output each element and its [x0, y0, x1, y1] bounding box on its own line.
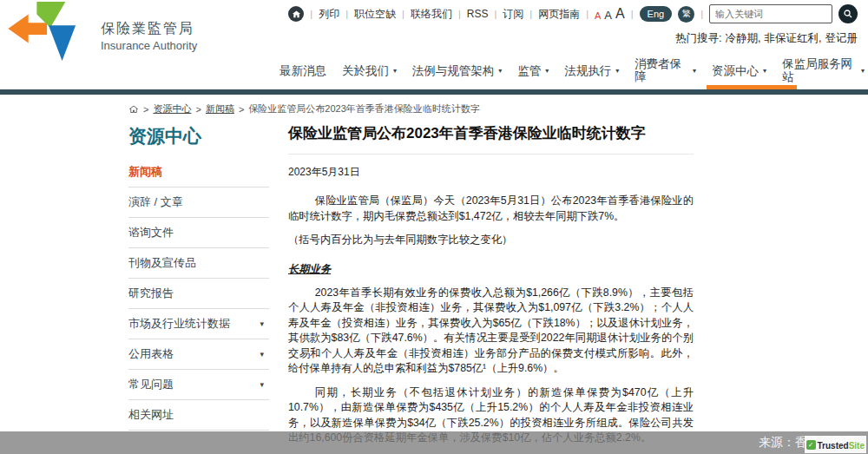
nav-item-about[interactable]: 关於我们 ▾	[342, 53, 397, 88]
separator	[345, 8, 348, 20]
separator	[586, 8, 589, 20]
breadcrumb-home-icon[interactable]	[128, 104, 139, 115]
separator	[494, 8, 496, 20]
breadcrumb-separator: >	[195, 104, 201, 115]
trustedsite-label: TrustedSite	[818, 437, 865, 452]
breadcrumb-separator: >	[143, 104, 148, 115]
logo-title-en: Insurance Authority	[101, 39, 197, 52]
sidebar: 资源中心 新闻稿 演辞 / 文章 谘询文件 刊物及宣传品 研究报告 市场及行业统…	[128, 121, 269, 431]
sidebar-item-research-reports[interactable]: 研究报告	[128, 279, 269, 309]
chevron-down-icon: ▾	[763, 67, 766, 75]
utility-bar: 列印 职位空缺 联络我们 RSS 订阅 网页指南 A A A Eng 繁	[288, 4, 858, 23]
sidebar-item-speeches-articles[interactable]: 演辞 / 文章	[128, 188, 269, 218]
hot-search-term[interactable]: 登记册	[825, 31, 858, 46]
sidebar-item-market-statistics[interactable]: 市场及行业统计数据 ▾	[128, 309, 269, 339]
lang-english-button[interactable]: Eng	[640, 6, 673, 22]
separator	[700, 8, 703, 20]
breadcrumb-link-press-releases[interactable]: 新闻稿	[206, 102, 234, 115]
hot-search-term[interactable]: 冷静期	[726, 31, 761, 46]
chevron-down-icon: ▾	[615, 67, 619, 75]
sidebar-item-consultation-papers[interactable]: 谘询文件	[128, 218, 269, 248]
hot-search-term[interactable]: 非保证红利	[765, 31, 822, 46]
hot-search-label: 热门搜寻:	[675, 31, 721, 46]
sidebar-item-public-forms[interactable]: 公用表格 ▾	[128, 339, 269, 370]
main-nav: 最新消息 关於我们 ▾ 法例与规管架构 ▾ 监管 ▾ 法规执行 ▾ 消费者保障 …	[279, 53, 865, 88]
search-icon	[843, 9, 853, 19]
chevron-down-icon: ▾	[545, 67, 549, 75]
link-print[interactable]: 列印	[319, 7, 339, 22]
nav-item-news[interactable]: 最新消息	[279, 53, 326, 88]
house-glyph	[292, 10, 301, 19]
link-subscribe[interactable]: 订阅	[503, 7, 523, 22]
link-contact[interactable]: 联络我们	[411, 7, 452, 22]
logo-title-zh: 保險業監管局	[101, 20, 197, 38]
nav-item-consumer-protection[interactable]: 消费者保障 ▾	[635, 53, 696, 88]
site-header: 保險業監管局 Insurance Authority 列印 职位空缺 联络我们 …	[0, 0, 868, 89]
separator	[631, 8, 634, 20]
content-area: 资源中心 新闻稿 演辞 / 文章 谘询文件 刊物及宣传品 研究报告 市场及行业统…	[0, 121, 868, 454]
separator	[458, 8, 461, 20]
nav-item-resource-centre[interactable]: 资源中心 ▾	[712, 53, 766, 88]
separator	[529, 8, 532, 20]
chevron-down-icon: ▾	[260, 380, 267, 389]
nav-item-legislation[interactable]: 法例与规管架构 ▾	[412, 53, 503, 88]
home-icon[interactable]	[288, 6, 304, 22]
logo[interactable]: 保險業監管局 Insurance Authority	[5, 2, 197, 61]
chevron-down-icon: ▾	[693, 67, 696, 75]
link-careers[interactable]: 职位空缺	[354, 7, 396, 22]
breadcrumb-separator: >	[239, 104, 244, 115]
chevron-down-icon: ▾	[260, 350, 267, 359]
article-paragraph: （括号内百分比为与去年同期数字比较之变化）	[288, 233, 694, 248]
font-size-controls: A A A	[595, 7, 625, 21]
article-paragraph: 2023年首季长期有效业务的保费收入总额为$1,266亿（下跌8.9%），主要包…	[288, 286, 694, 377]
source-attribution-bar: 来源：香港保监局	[0, 431, 868, 454]
sidebar-item-press-releases[interactable]: 新闻稿	[128, 157, 269, 188]
nav-item-supervision[interactable]: 监管 ▾	[517, 53, 549, 88]
section-heading-long-term-business: 长期业务	[288, 262, 694, 277]
breadcrumb: > 资源中心 > 新闻稿 > 保险业监管局公布2023年首季香港保险业临时统计数…	[0, 95, 868, 121]
sidebar-item-related-links[interactable]: 相关网址	[128, 400, 269, 431]
nav-item-ia-service-portal[interactable]: 保监局服务网站 ▾	[782, 53, 865, 88]
search-button[interactable]	[838, 4, 858, 23]
article-paragraph: 保险业监管局（保监局）今天（2023年5月31日）公布2023年首季香港保险业的…	[288, 194, 694, 224]
logo-text: 保險業監管局 Insurance Authority	[101, 20, 197, 61]
link-rss[interactable]: RSS	[467, 8, 489, 20]
page-title: 保险业监管局公布2023年首季香港保险业临时统计数字	[288, 121, 694, 155]
search-input[interactable]	[709, 4, 832, 23]
hot-search: 热门搜寻: 冷静期 非保证红利 登记册	[675, 31, 858, 46]
article-date: 2023年5月31日	[288, 165, 694, 180]
sidebar-title: 资源中心	[128, 124, 269, 148]
insurance-authority-logo-icon	[5, 2, 92, 61]
chevron-down-icon: ▾	[498, 67, 502, 75]
nav-item-enforcement[interactable]: 法规执行 ▾	[564, 53, 619, 88]
font-size-small-button[interactable]: A	[595, 11, 601, 21]
sidebar-item-publications[interactable]: 刊物及宣传品	[128, 248, 269, 279]
trustedsite-check-icon: ✓	[806, 440, 816, 450]
page: 保險業監管局 Insurance Authority 列印 职位空缺 联络我们 …	[0, 0, 868, 454]
font-size-medium-button[interactable]: A	[604, 10, 612, 21]
article: 保险业监管局公布2023年首季香港保险业临时统计数字 2023年5月31日 保险…	[288, 121, 694, 454]
separator	[310, 8, 312, 20]
separator	[402, 8, 404, 20]
breadcrumb-current: 保险业监管局公布2023年首季香港保险业临时统计数字	[248, 102, 479, 115]
chevron-down-icon: ▾	[260, 319, 267, 328]
lang-traditional-button[interactable]: 繁	[678, 6, 694, 23]
sidebar-item-faq[interactable]: 常见问题 ▾	[128, 370, 269, 400]
chevron-down-icon: ▾	[393, 67, 397, 75]
link-sitemap[interactable]: 网页指南	[538, 7, 580, 22]
font-size-large-button[interactable]: A	[615, 7, 625, 21]
breadcrumb-link-resource-centre[interactable]: 资源中心	[153, 102, 191, 115]
chevron-down-icon: ▾	[861, 67, 865, 75]
trustedsite-badge[interactable]: ✓ TrustedSite	[805, 436, 866, 453]
